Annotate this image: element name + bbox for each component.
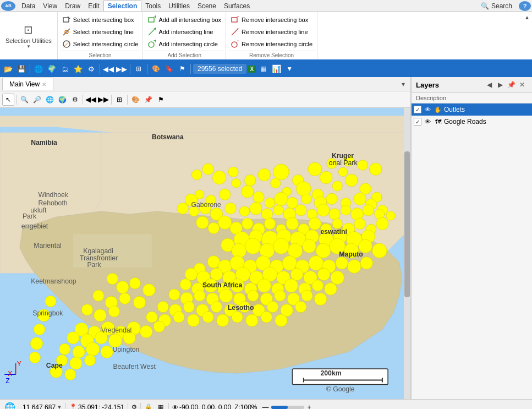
- add-intersecting-line-btn[interactable]: + Add intersecting line: [145, 26, 223, 37]
- ribbon-collapse-btn[interactable]: ▲: [522, 12, 532, 59]
- map-flag-btn[interactable]: ⚑: [155, 94, 167, 106]
- main-view-tab[interactable]: Main View ✕: [2, 78, 53, 90]
- menu-utilities[interactable]: Utilities: [164, 1, 194, 11]
- add-all-intersecting-box-btn[interactable]: + Add all intersecting box: [145, 14, 223, 25]
- map-settings-btn[interactable]: ⚙: [69, 94, 81, 106]
- svg-point-219: [30, 337, 42, 350]
- svg-text:Mariental: Mariental: [34, 242, 61, 249]
- map-select-btn[interactable]: ↖: [2, 94, 14, 106]
- svg-point-36: [360, 183, 371, 194]
- layer-outlets-check[interactable]: ✓: [414, 106, 421, 113]
- remove-intersecting-line-label: Remove intersecting line: [242, 29, 308, 35]
- toolbar-star-btn[interactable]: ⭐: [72, 63, 84, 75]
- toolbar-prev-btn[interactable]: ◀◀: [102, 63, 114, 75]
- toolbar-grid-btn[interactable]: ⊞: [133, 63, 145, 75]
- toolbar-next-btn[interactable]: ▶▶: [116, 63, 128, 75]
- remove-intersecting-circle-btn[interactable]: − Remove intersecting circle: [228, 39, 315, 50]
- map-nav-next-btn[interactable]: ▶▶: [97, 94, 109, 106]
- svg-point-213: [84, 355, 95, 366]
- menu-data[interactable]: Data: [18, 1, 39, 11]
- toolbar-excel-btn[interactable]: X: [248, 66, 256, 73]
- map-grid-btn[interactable]: ⊞: [113, 94, 125, 106]
- remove-intersecting-line-btn[interactable]: − Remove intersecting line: [228, 26, 315, 37]
- ribbon-group-selection: Select intersecting box Select intersect…: [58, 12, 144, 59]
- toolbar-sep3: [130, 64, 130, 74]
- svg-point-138: [185, 268, 197, 280]
- statusbar-zoom-minus[interactable]: —: [260, 403, 270, 410]
- svg-point-150: [180, 279, 191, 290]
- selection-utilities-button[interactable]: ⊡ Selection Utilities ▼: [0, 12, 58, 59]
- svg-point-49: [275, 192, 288, 206]
- layer-item-google-roads[interactable]: ✓ 👁 🗺 Google Roads: [412, 116, 532, 128]
- statusbar-zoom-slider[interactable]: [271, 406, 304, 409]
- menu-surfaces[interactable]: Surfaces: [220, 1, 254, 11]
- map-scrollbar-thumb[interactable]: [404, 151, 410, 297]
- help-button[interactable]: ?: [519, 1, 531, 11]
- select-intersecting-circle-label: Select intersecting circle: [73, 41, 139, 47]
- svg-point-130: [282, 256, 297, 271]
- layers-forward-btn[interactable]: ▶: [495, 79, 506, 90]
- select-intersecting-line-btn[interactable]: Select intersecting line: [60, 26, 141, 37]
- select-intersecting-circle-btn[interactable]: Select intersecting circle: [60, 39, 141, 50]
- map-globe-btn[interactable]: 🌐: [43, 94, 56, 106]
- toolbar-globe2-btn[interactable]: 🌍: [46, 63, 58, 75]
- layers-close-btn[interactable]: ✕: [517, 79, 528, 90]
- statusbar-zoom-plus[interactable]: +: [305, 403, 312, 410]
- map-nav-prev-btn[interactable]: ◀◀: [85, 94, 97, 106]
- svg-point-61: [358, 160, 368, 170]
- menu-edit[interactable]: Edit: [84, 1, 103, 11]
- svg-point-192: [246, 314, 258, 326]
- add-intersecting-circle-btn[interactable]: + Add intersecting circle: [145, 39, 223, 50]
- toolbar-chart-btn[interactable]: 📊: [270, 63, 282, 75]
- select-intersecting-box-btn[interactable]: Select intersecting box: [60, 14, 141, 25]
- toolbar-globe-btn[interactable]: 🌐: [32, 63, 45, 75]
- map-zoom-btn2[interactable]: 🔎: [31, 94, 43, 106]
- svg-text:errgebiet: errgebiet: [21, 222, 48, 230]
- map-sep2: [83, 95, 83, 105]
- menu-tools[interactable]: Tools: [141, 1, 164, 11]
- map-globe2-btn[interactable]: 🌍: [56, 94, 68, 106]
- svg-text:Vredendal: Vredendal: [101, 326, 131, 334]
- toolbar-layers-btn[interactable]: 🗂: [59, 63, 71, 75]
- map-zoom-in-btn[interactable]: 🔍: [18, 94, 30, 106]
- svg-text:Cape: Cape: [46, 362, 63, 369]
- toolbar-flag-btn[interactable]: ⚑: [176, 63, 188, 75]
- layer-roads-map-icon: 🗺: [434, 117, 442, 126]
- layers-back-btn[interactable]: ◀: [484, 79, 495, 90]
- toolbar-table-btn[interactable]: ▦: [257, 63, 269, 75]
- statusbar-sep5: [168, 403, 169, 410]
- svg-point-124: [207, 256, 220, 268]
- menu-selection[interactable]: Selection: [103, 1, 141, 11]
- layer-roads-check[interactable]: ✓: [414, 118, 421, 126]
- statusbar-lock-icon[interactable]: 🔒: [144, 403, 153, 410]
- map[interactable]: Namibia Botswana Kruger onal Park South …: [0, 108, 410, 399]
- statusbar-table-icon[interactable]: ▦: [156, 403, 165, 410]
- toolbar-settings-btn[interactable]: ⚙: [85, 63, 97, 75]
- svg-point-123: [372, 243, 387, 258]
- toolbar-color-btn[interactable]: 🎨: [150, 63, 162, 75]
- svg-point-210: [101, 346, 113, 358]
- toolbar-open-btn[interactable]: 📂: [2, 63, 14, 75]
- menu-view[interactable]: View: [39, 1, 61, 11]
- svg-point-222: [117, 281, 129, 293]
- view-dropdown-btn[interactable]: ▾: [398, 80, 408, 88]
- menu-draw[interactable]: Draw: [61, 1, 84, 11]
- layer-roads-label: Google Roads: [444, 118, 486, 126]
- map-scrollbar[interactable]: [404, 108, 410, 399]
- layers-pin-btn[interactable]: 📌: [506, 79, 517, 90]
- svg-point-83: [363, 205, 374, 216]
- layer-item-outlets[interactable]: ✓ 👁 ✋ Outlets: [412, 103, 532, 116]
- statusbar-globe-icon[interactable]: 🌐: [4, 402, 15, 409]
- toolbar-sep5: [190, 64, 191, 74]
- map-color-btn[interactable]: 🎨: [129, 94, 141, 106]
- map-pin-btn[interactable]: 📌: [142, 94, 154, 106]
- toolbar-bookmark-btn[interactable]: 🔖: [163, 63, 175, 75]
- menu-scene[interactable]: Scene: [194, 1, 220, 11]
- svg-point-162: [169, 289, 180, 300]
- remove-intersecting-box-btn[interactable]: − Remove intersecting box: [228, 14, 315, 25]
- toolbar-dropdown-btn[interactable]: ▼: [283, 63, 295, 75]
- toolbar-save-btn[interactable]: 💾: [15, 63, 28, 75]
- tab-close-icon[interactable]: ✕: [42, 81, 46, 88]
- svg-point-230: [94, 309, 106, 321]
- statusbar-coordinate-id[interactable]: 11 647 687 ▼: [23, 403, 62, 410]
